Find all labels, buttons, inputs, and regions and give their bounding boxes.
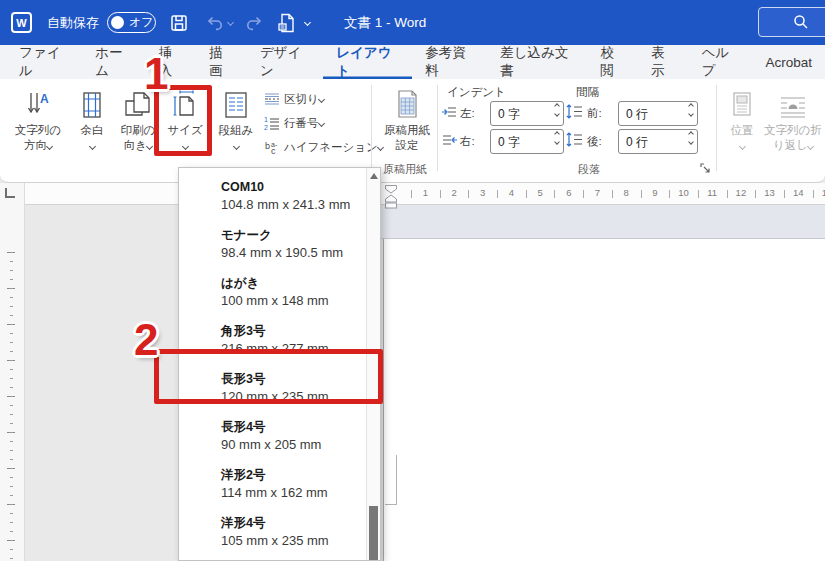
autosave-state: オフ xyxy=(129,14,154,31)
spin-up-icon[interactable] xyxy=(688,103,694,109)
vertical-ruler[interactable] xyxy=(0,183,25,561)
list-item-user1[interactable]: ユーザー1 xyxy=(179,557,365,561)
indent-left-icon xyxy=(442,106,457,119)
text-wrap-icon xyxy=(780,95,806,119)
indent-right-label: 右: xyxy=(460,134,475,149)
autosave-toggle[interactable]: オフ xyxy=(107,12,156,33)
spacing-after-spinner[interactable]: 0 行 xyxy=(618,129,698,154)
position-icon xyxy=(731,91,753,119)
list-item-hagaki[interactable]: はがき 100 mm x 148 mm xyxy=(179,269,365,317)
save-button[interactable] xyxy=(170,14,188,32)
indent-right-spinner[interactable]: 0 字 xyxy=(490,129,564,154)
text-direction-button[interactable]: A 文字列の 方向 xyxy=(8,83,68,179)
line-numbers-button[interactable]: 1 2 行番号 xyxy=(264,112,324,134)
tab-draw[interactable]: 描画 xyxy=(196,45,247,79)
manuscript-paper-icon xyxy=(395,89,419,119)
tab-acrobat[interactable]: Acrobat xyxy=(752,45,825,79)
scrollbar-thumb[interactable] xyxy=(369,506,378,560)
search-icon xyxy=(793,14,809,30)
svg-text:1: 1 xyxy=(264,116,268,123)
print-preview-chevron-icon[interactable] xyxy=(304,19,311,26)
text-direction-icon: A xyxy=(25,91,51,119)
print-preview-icon xyxy=(277,13,297,33)
title-bar: W 自動保存 オフ xyxy=(0,0,825,45)
list-item-nagagata4[interactable]: 長形4号 90 mm x 205 mm xyxy=(179,413,365,461)
group-separator xyxy=(371,85,372,171)
tab-review[interactable]: 校閲 xyxy=(588,45,639,79)
ruler-numbers: 123456789101112131415 xyxy=(411,187,825,198)
spacing-section-title: 間隔 xyxy=(576,85,599,100)
undo-button[interactable] xyxy=(206,15,233,31)
chevron-down-icon xyxy=(88,143,95,150)
redo-icon xyxy=(245,15,263,31)
chevron-down-icon xyxy=(807,143,814,150)
tab-layout[interactable]: レイアウト xyxy=(323,45,412,79)
columns-icon xyxy=(224,91,248,119)
hyphenation-button[interactable]: b a- c ハイフネーション xyxy=(264,136,383,158)
indent-right-icon xyxy=(442,134,457,147)
text-wrap-button: 文字列の折 り返し xyxy=(764,83,822,179)
tab-view[interactable]: 表示 xyxy=(638,45,689,79)
tab-file[interactable]: ファイル xyxy=(6,45,82,79)
page-top-margin-area xyxy=(358,205,825,239)
spacing-after-label: 後: xyxy=(587,134,602,149)
redo-button[interactable] xyxy=(245,15,263,31)
spin-down-icon[interactable] xyxy=(554,111,560,117)
svg-text:c: c xyxy=(271,146,276,154)
group-label-paragraph: 段落 xyxy=(578,162,600,177)
tab-references[interactable]: 参考資料 xyxy=(412,45,487,79)
chevron-down-icon xyxy=(232,143,239,150)
ribbon-tab-bar: ファイル ホーム 挿入 描画 デザイン レイアウト 参考資料 差し込み文書 校閲… xyxy=(0,45,825,79)
word-logo-icon: W xyxy=(11,12,32,33)
spin-down-icon[interactable] xyxy=(688,139,694,145)
list-item-yougata4[interactable]: 洋形4号 105 mm x 235 mm xyxy=(179,509,365,557)
chevron-down-icon xyxy=(318,95,325,102)
spin-down-icon[interactable] xyxy=(688,111,694,117)
document-page[interactable] xyxy=(383,239,825,561)
list-item-monarch[interactable]: モナーク 98.4 mm x 190.5 mm xyxy=(179,221,365,269)
tab-help[interactable]: ヘルプ xyxy=(689,45,753,79)
indent-left-spinner[interactable]: 0 字 xyxy=(490,101,564,126)
horizontal-ruler[interactable]: 123456789101112131415 xyxy=(25,183,825,205)
spacing-before-icon xyxy=(566,104,582,119)
spin-up-icon[interactable] xyxy=(554,103,560,109)
list-item-yougata2[interactable]: 洋形2号 114 mm x 162 mm xyxy=(179,461,365,509)
spacing-before-label: 前: xyxy=(587,106,602,121)
group-label-manuscript: 原稿用紙 xyxy=(383,162,427,177)
triangle-up-icon xyxy=(370,173,378,179)
tab-home[interactable]: ホーム xyxy=(82,45,145,79)
svg-text:2: 2 xyxy=(264,124,268,131)
list-item-com10[interactable]: COM10 104.8 mm x 241.3 mm xyxy=(179,173,365,221)
group-separator xyxy=(437,85,438,171)
ribbon: A 文字列の 方向 余白 印刷の 向き xyxy=(0,79,825,183)
margins-button[interactable]: 余白 xyxy=(72,83,112,179)
tab-design[interactable]: デザイン xyxy=(247,45,323,79)
search-input[interactable] xyxy=(758,7,825,37)
position-button: 位置 xyxy=(720,83,764,179)
indent-markers-icon[interactable] xyxy=(384,184,398,210)
breaks-button[interactable]: 区切り xyxy=(264,88,324,110)
chevron-down-icon xyxy=(146,143,153,150)
vertical-ruler-ticks xyxy=(7,252,15,561)
svg-text:A: A xyxy=(40,92,49,106)
columns-button[interactable]: 段組み xyxy=(212,83,260,179)
scroll-up-button[interactable] xyxy=(367,168,380,184)
word-window: W 自動保存 オフ xyxy=(0,0,825,561)
spin-up-icon[interactable] xyxy=(554,131,560,137)
spin-up-icon[interactable] xyxy=(688,131,694,137)
spacing-after-icon xyxy=(566,132,582,147)
annotation-box-nagagata3 xyxy=(154,349,383,404)
spin-down-icon[interactable] xyxy=(554,139,560,145)
hyphenation-icon: b a- c xyxy=(264,140,280,154)
document-title: 文書 1 - Word xyxy=(344,14,426,32)
tab-mailings[interactable]: 差し込み文書 xyxy=(487,45,587,79)
tab-selector-icon[interactable] xyxy=(5,188,15,198)
undo-icon xyxy=(206,15,224,31)
spacing-before-spinner[interactable]: 0 行 xyxy=(618,101,698,126)
print-preview-button[interactable] xyxy=(277,13,310,33)
paragraph-dialog-launcher-icon[interactable] xyxy=(700,163,711,174)
text-boundary-mark xyxy=(385,504,397,505)
undo-menu-chevron-icon[interactable] xyxy=(227,19,234,26)
chevron-down-icon xyxy=(738,143,745,150)
toggle-knob-icon xyxy=(111,16,124,29)
